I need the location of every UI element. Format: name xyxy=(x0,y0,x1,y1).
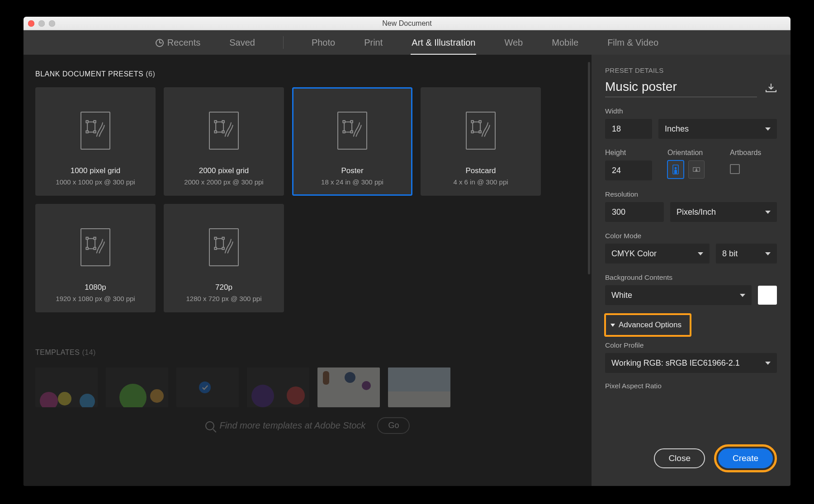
tab-print[interactable]: Print xyxy=(363,32,383,53)
tab-film-video[interactable]: Film & Video xyxy=(606,32,659,53)
color-profile-label: Color Profile xyxy=(605,341,777,349)
titlebar: New Document xyxy=(24,17,790,30)
document-icon xyxy=(80,212,110,282)
save-preset-icon[interactable] xyxy=(765,83,777,94)
dialog-footer: Close Create xyxy=(592,434,790,486)
tab-art-illustration[interactable]: Art & Illustration xyxy=(411,32,476,53)
preset-dimensions: 1000 x 1000 px @ 300 ppi xyxy=(56,178,135,186)
svg-rect-23 xyxy=(86,247,88,250)
template-thumb[interactable] xyxy=(388,367,450,407)
templates-header: TEMPLATES xyxy=(35,349,80,356)
tab-web[interactable]: Web xyxy=(503,32,524,53)
resolution-input[interactable]: 300 xyxy=(605,202,664,222)
preset-name: Postcard xyxy=(465,166,496,175)
height-input[interactable]: 24 xyxy=(605,160,652,180)
template-thumb[interactable] xyxy=(176,367,239,407)
tab-separator xyxy=(283,36,284,49)
resolution-unit-select[interactable]: Pixels/Inch xyxy=(670,202,777,222)
category-tabs: Recents Saved Photo Print Art & Illustra… xyxy=(24,30,790,55)
chevron-down-icon xyxy=(765,211,771,214)
templates-strip xyxy=(35,367,580,407)
svg-rect-16 xyxy=(471,120,473,122)
svg-rect-3 xyxy=(86,131,88,133)
template-thumb[interactable] xyxy=(35,367,98,407)
svg-rect-4 xyxy=(94,131,96,133)
scrollbar[interactable] xyxy=(588,62,590,274)
svg-rect-24 xyxy=(94,247,96,250)
window-close-icon[interactable] xyxy=(28,20,34,27)
preset-poster[interactable]: Poster 18 x 24 in @ 300 ppi xyxy=(292,87,412,196)
template-thumb[interactable] xyxy=(106,367,168,407)
close-button[interactable]: Close xyxy=(654,448,705,468)
preset-dimensions: 4 x 6 in @ 300 ppi xyxy=(453,178,508,186)
svg-rect-13 xyxy=(343,131,345,133)
preset-1000-pixel-grid[interactable]: 1000 pixel grid 1000 x 1000 px @ 300 ppi xyxy=(35,87,156,196)
svg-point-31 xyxy=(675,167,677,170)
artboards-checkbox[interactable] xyxy=(730,164,740,174)
svg-rect-11 xyxy=(343,120,345,122)
orientation-portrait-button[interactable] xyxy=(667,160,684,179)
color-profile-select[interactable]: Working RGB: sRGB IEC61966-2.1 xyxy=(605,353,777,373)
create-button[interactable]: Create xyxy=(718,448,773,468)
preset-name: 720p xyxy=(215,283,232,292)
tab-photo[interactable]: Photo xyxy=(311,32,336,53)
preset-2000-pixel-grid[interactable]: 2000 pixel grid 2000 x 2000 px @ 300 ppi xyxy=(164,87,284,196)
preset-details-label: PRESET DETAILS xyxy=(605,66,777,74)
chevron-down-icon xyxy=(765,252,771,255)
template-selected-check-icon xyxy=(199,382,211,393)
orientation-label: Orientation xyxy=(667,149,715,157)
document-icon xyxy=(337,95,367,165)
stock-go-button[interactable]: Go xyxy=(377,417,410,434)
search-icon xyxy=(205,421,214,430)
preset-dimensions: 18 x 24 in @ 300 ppi xyxy=(321,178,383,186)
svg-rect-26 xyxy=(214,237,217,239)
new-document-window: New Document Recents Saved Photo Print A… xyxy=(24,17,790,486)
tab-mobile[interactable]: Mobile xyxy=(551,32,579,53)
preset-postcard[interactable]: Postcard 4 x 6 in @ 300 ppi xyxy=(421,87,541,196)
chevron-down-icon xyxy=(765,362,771,365)
preset-dimensions: 2000 x 2000 px @ 300 ppi xyxy=(184,178,263,186)
preset-name: 2000 pixel grid xyxy=(199,166,249,175)
document-icon xyxy=(466,95,496,165)
document-icon xyxy=(209,95,239,165)
preset-name: 1080p xyxy=(85,283,106,292)
artboards-label: Artboards xyxy=(730,149,777,157)
color-mode-label: Color Mode xyxy=(605,232,777,240)
background-select[interactable]: White xyxy=(605,285,752,305)
document-icon xyxy=(80,95,110,165)
svg-rect-6 xyxy=(214,120,217,122)
templates-count: (14) xyxy=(82,349,95,356)
chevron-down-icon xyxy=(740,294,745,297)
height-label: Height xyxy=(605,149,652,157)
template-thumb[interactable] xyxy=(317,367,380,407)
bit-depth-select[interactable]: 8 bit xyxy=(716,244,777,264)
tab-saved[interactable]: Saved xyxy=(228,32,256,53)
svg-rect-27 xyxy=(222,237,224,239)
svg-rect-18 xyxy=(471,131,473,133)
preset-720p[interactable]: 720p 1280 x 720 px @ 300 ppi xyxy=(164,204,284,312)
preset-details-panel: PRESET DETAILS Music poster Width 18 Inc… xyxy=(592,55,790,486)
width-input[interactable]: 18 xyxy=(605,119,652,139)
tab-recents[interactable]: Recents xyxy=(155,32,201,53)
advanced-options-toggle[interactable]: Advanced Options xyxy=(609,319,684,331)
preset-dimensions: 1280 x 720 px @ 300 ppi xyxy=(186,295,261,302)
svg-rect-22 xyxy=(94,237,96,239)
background-swatch[interactable] xyxy=(758,286,777,305)
preset-1080p[interactable]: 1080p 1920 x 1080 px @ 300 ppi xyxy=(35,204,156,312)
template-thumb[interactable] xyxy=(247,367,309,407)
svg-rect-21 xyxy=(86,237,88,239)
stock-search-input[interactable]: Find more templates at Adobe Stock xyxy=(205,420,366,431)
svg-rect-7 xyxy=(222,120,224,122)
pixel-aspect-label: Pixel Aspect Ratio xyxy=(605,382,777,390)
width-unit-select[interactable]: Inches xyxy=(658,119,777,139)
color-mode-select[interactable]: CMYK Color xyxy=(605,244,710,264)
window-minimize-icon[interactable] xyxy=(38,20,45,27)
preset-name: 1000 pixel grid xyxy=(71,166,121,175)
chevron-down-icon xyxy=(698,252,703,255)
document-name-input[interactable]: Music poster xyxy=(605,80,757,97)
window-maximize-icon[interactable] xyxy=(49,20,55,27)
preset-name: Poster xyxy=(341,166,363,175)
orientation-landscape-button[interactable] xyxy=(688,160,705,179)
preset-dimensions: 1920 x 1080 px @ 300 ppi xyxy=(56,295,135,302)
document-icon xyxy=(209,212,239,282)
